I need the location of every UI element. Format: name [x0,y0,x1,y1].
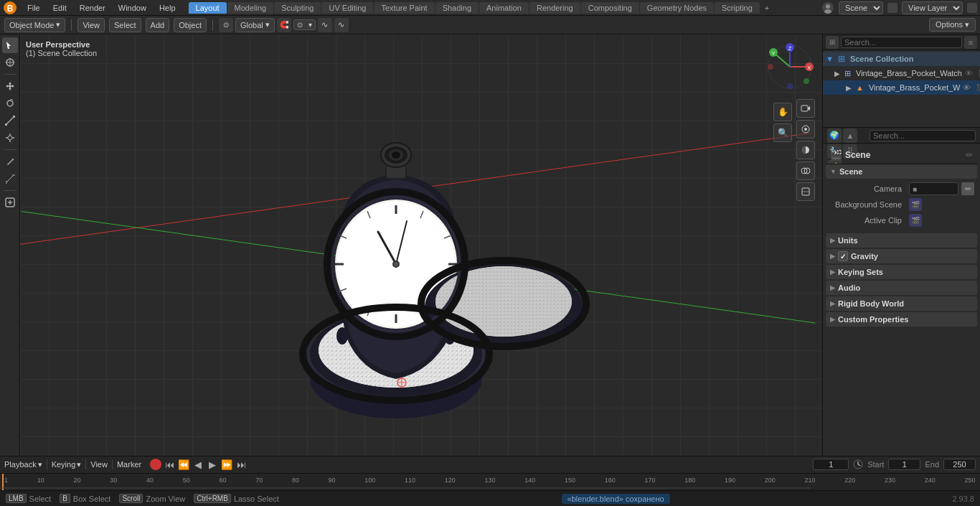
object-mode-dropdown[interactable]: Object Mode ▾ [4,18,65,32]
units-section-header[interactable]: ▶ Units [826,233,977,248]
measure-tool-btn[interactable] [2,171,18,187]
viewport-hand-btn[interactable]: ✋ [773,103,792,121]
record-btn[interactable] [150,459,161,470]
eye-icon-0[interactable]: 👁 [965,69,973,78]
properties-search[interactable] [870,130,976,141]
viewport[interactable]: User Perspective (1) Scene Collection X … [20,34,822,456]
view-dropdown[interactable]: View [90,460,108,469]
svg-rect-13 [13,116,15,118]
camera-value[interactable]: ■ [909,182,958,195]
timeline-ruler[interactable]: // Labels drawn via JS below 1 10 20 30 … [0,474,980,490]
step-forward-btn[interactable]: ⏩ [220,458,233,471]
cursor-tool-btn[interactable] [2,55,18,70]
add-menu-btn[interactable]: Add [146,18,170,32]
play-back-btn[interactable]: ◀ [192,458,204,471]
jump-end-btn[interactable]: ⏭ [235,458,248,471]
object-label-0: Vintage_Brass_Pocket_W [869,83,961,92]
outliner-view-icon[interactable]: ⊞ [826,36,839,49]
custom-props-header[interactable]: ▶ Custom Properties [826,312,977,327]
overlay-btn[interactable] [796,161,815,180]
tab-uv-editing[interactable]: UV Editing [321,2,373,14]
start-frame-input[interactable] [888,459,920,470]
playback-dropdown[interactable]: Playback▾ [4,460,42,469]
transform-pivot-btn[interactable]: ⊙ [219,18,233,32]
jump-start-btn[interactable]: ⏮ [163,458,176,471]
scale-tool-btn[interactable] [2,113,18,128]
menu-help[interactable]: Help [154,2,182,14]
keying-dropdown[interactable]: Keying▾ [52,460,82,469]
proportional-size-btn[interactable]: ∿ [334,18,349,32]
tab-texture-paint[interactable]: Texture Paint [374,2,434,14]
proportional-edit-btn[interactable]: ⊙ [294,20,306,29]
tab-rendering[interactable]: Rendering [529,2,580,14]
viewport-gizmo[interactable]: X Y Z [765,42,815,92]
viewport-shading-btn[interactable] [796,141,815,159]
tab-animation[interactable]: Animation [479,2,529,14]
options-btn[interactable]: Options ▾ [929,18,976,32]
menu-render[interactable]: Render [74,2,111,14]
xray-btn[interactable] [796,182,815,201]
save-notification[interactable]: «blender.blend» сохранено [562,494,670,504]
collection-row-0[interactable]: ▶ ⊞ Vintage_Brass_Pocket_Watch 👁 ⬛ [823,66,980,80]
scene-section-label: Scene [839,167,862,176]
box-select-shortcut: B Box Select [60,494,110,503]
props-object-icon[interactable]: ▲ [843,128,857,143]
scene-collection-row[interactable]: ▼ ⊞ Scene Collection [823,52,980,66]
menu-file[interactable]: File [22,2,46,14]
add-workspace-button[interactable]: + [760,2,773,14]
annotate-tool-btn[interactable] [2,154,18,169]
active-clip-icon[interactable]: 🎬 [909,214,922,227]
gravity-section-header[interactable]: ▶ Gravity [826,249,977,263]
tab-geometry-nodes[interactable]: Geometry Nodes [640,2,714,14]
scene-selector[interactable]: Scene [839,1,883,14]
end-frame-input[interactable] [943,459,976,470]
snap-btn[interactable]: 🧲 [277,18,291,32]
transform-orientation-btn[interactable]: Global▾ [235,18,275,32]
scene-edit-btn[interactable]: ✏ [966,150,973,160]
play-btn[interactable]: ▶ [206,458,219,471]
tab-layout[interactable]: Layout [189,2,227,14]
tab-scripting[interactable]: Scripting [715,2,760,14]
tab-modeling[interactable]: Modeling [227,2,274,14]
viewport-zoom-btn[interactable]: 🔍 [773,123,792,142]
select-menu-btn[interactable]: Select [109,18,141,32]
props-world-icon[interactable]: 🌍 [827,128,842,143]
custom-props-section: ▶ Custom Properties [826,312,977,327]
status-bar: LMB Select B Box Select Scroll Zoom View… [0,490,980,506]
audio-section-header[interactable]: ▶ Audio [826,281,977,295]
scene-section-arrow: ▼ [830,168,837,175]
transform-tool-btn[interactable] [2,130,18,146]
marker-dropdown[interactable]: Marker [117,460,141,469]
select-tool-btn[interactable] [2,37,18,53]
rotate-tool-btn[interactable] [2,95,18,111]
eye-icon-1[interactable]: 👁 [963,83,971,92]
object-menu-btn[interactable]: Object [174,18,207,32]
menu-window[interactable]: Window [113,2,152,14]
rigid-body-header[interactable]: ▶ Rigid Body World [826,296,977,311]
scene-section-header[interactable]: ▼ Scene [826,164,977,179]
tab-sculpting[interactable]: Sculpting [274,2,321,14]
outliner-filter-btn[interactable]: ≡ [964,36,977,49]
proportional-falloff-btn[interactable]: ▾ [306,20,315,29]
view-layer-selector[interactable]: View Layer [902,1,963,14]
background-scene-icon[interactable]: 🎬 [909,198,922,211]
outliner-search[interactable] [841,37,962,48]
keying-sets-header[interactable]: ▶ Keying Sets [826,265,977,279]
current-frame-input[interactable] [813,459,849,470]
move-tool-btn[interactable] [2,78,18,94]
view-menu-btn[interactable]: View [77,18,105,32]
tab-compositing[interactable]: Compositing [581,2,639,14]
gravity-checkbox[interactable] [838,251,848,261]
step-back-btn[interactable]: ⏪ [177,458,190,471]
object-row-0[interactable]: ▶ ▲ Vintage_Brass_Pocket_W 👁 ⬛ [823,80,980,95]
tl-sep-1 [47,459,47,469]
pivot-point-btn[interactable]: ∿ [318,18,332,32]
select-label: Select [29,495,52,503]
render-preview-btn[interactable] [796,120,815,139]
add-object-btn[interactable] [2,195,18,210]
render-icon-1[interactable]: ⬛ [976,84,980,91]
camera-eyedrop-btn[interactable]: ✏ [961,182,974,195]
tab-shading[interactable]: Shading [435,2,479,14]
camera-persp-btn[interactable] [796,99,815,118]
menu-edit[interactable]: Edit [47,2,72,14]
